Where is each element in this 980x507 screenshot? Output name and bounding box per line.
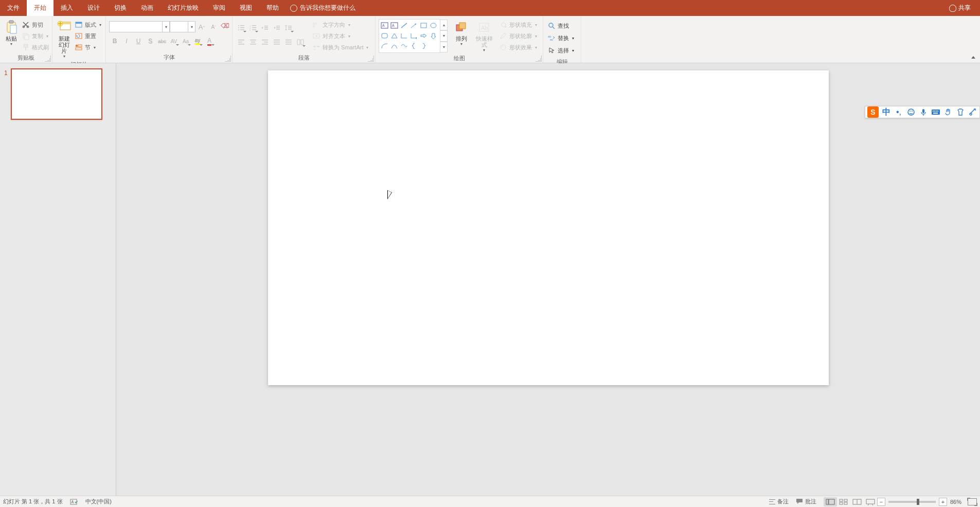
zoom-slider-thumb[interactable] bbox=[917, 499, 919, 505]
notes-button[interactable]: 备注 bbox=[769, 498, 789, 505]
decrease-indent-button[interactable] bbox=[259, 22, 271, 33]
font-size-input[interactable] bbox=[170, 21, 188, 32]
ime-punct-button[interactable]: •, bbox=[894, 107, 903, 117]
convert-smartart-button[interactable]: 转换为 SmartArt▾ bbox=[311, 42, 369, 53]
shape-vtextbox-icon[interactable]: A bbox=[389, 20, 399, 30]
drawing-launcher[interactable] bbox=[536, 56, 542, 62]
sogou-logo-icon[interactable]: S bbox=[867, 106, 879, 118]
shape-line-icon[interactable] bbox=[399, 20, 409, 30]
paste-button[interactable]: 粘贴 ▾ bbox=[3, 19, 20, 47]
slide-thumbnail-pane[interactable]: 1 bbox=[0, 63, 116, 496]
collapse-ribbon-button[interactable] bbox=[970, 53, 977, 61]
zoom-slider[interactable] bbox=[888, 501, 936, 503]
shapes-gallery[interactable]: A A ▴ ▾ ▾ bbox=[379, 19, 440, 53]
shape-textbox-icon[interactable]: A bbox=[380, 20, 389, 30]
new-slide-button[interactable]: 新建 幻灯片 ▾ bbox=[56, 19, 73, 60]
distributed-button[interactable] bbox=[283, 37, 294, 48]
reset-button[interactable]: 重置 bbox=[74, 30, 102, 42]
ime-emoji-button[interactable] bbox=[906, 107, 916, 117]
shape-effects-button[interactable]: 形状效果▾ bbox=[498, 42, 538, 53]
shape-curve3-icon[interactable] bbox=[399, 41, 409, 51]
tab-animations[interactable]: 动画 bbox=[134, 0, 161, 16]
align-center-button[interactable] bbox=[247, 37, 259, 48]
layout-button[interactable]: 版式▾ bbox=[74, 19, 102, 30]
slide-canvas-area[interactable] bbox=[116, 63, 980, 496]
zoom-in-button[interactable]: + bbox=[939, 498, 947, 506]
ime-settings-button[interactable] bbox=[968, 107, 977, 117]
shape-arrowdown-icon[interactable] bbox=[429, 30, 438, 41]
spellcheck-button[interactable] bbox=[70, 498, 78, 505]
change-case-button[interactable]: Aa bbox=[180, 35, 191, 47]
tab-design[interactable]: 设计 bbox=[80, 0, 107, 16]
comments-button[interactable]: 批注 bbox=[796, 498, 816, 505]
tab-view[interactable]: 视图 bbox=[233, 0, 259, 16]
shape-triangle-icon[interactable] bbox=[389, 30, 399, 41]
italic-button[interactable]: I bbox=[121, 35, 132, 47]
zoom-level[interactable]: 86% bbox=[950, 499, 961, 505]
clipboard-launcher[interactable] bbox=[45, 56, 51, 62]
shape-arc-icon[interactable] bbox=[380, 41, 389, 51]
shape-leftbrace-icon[interactable] bbox=[409, 41, 419, 51]
ime-skin-button[interactable] bbox=[956, 107, 965, 117]
shape-arrowright-icon[interactable] bbox=[419, 30, 429, 41]
fit-to-window-button[interactable] bbox=[968, 498, 977, 505]
shape-curve2-icon[interactable] bbox=[389, 41, 399, 51]
ime-voice-button[interactable] bbox=[919, 107, 928, 117]
font-name-input[interactable] bbox=[109, 21, 163, 32]
slide-thumbnail-1[interactable] bbox=[11, 68, 102, 120]
arrange-button[interactable]: 排列 ▾ bbox=[451, 19, 472, 47]
shape-arrowline-icon[interactable] bbox=[409, 20, 419, 30]
copy-button[interactable]: 复制▾ bbox=[21, 30, 50, 42]
language-indicator[interactable]: 中文(中国) bbox=[85, 498, 112, 505]
share-button[interactable]: 共享 bbox=[949, 0, 971, 16]
section-button[interactable]: 节▾ bbox=[74, 42, 102, 53]
shape-fill-button[interactable]: 形状填充▾ bbox=[498, 19, 538, 30]
gallery-scroll-up[interactable]: ▴ bbox=[440, 20, 448, 30]
grow-font-button[interactable]: A^ bbox=[196, 21, 207, 32]
tab-insert[interactable]: 插入 bbox=[54, 0, 80, 16]
bullets-button[interactable] bbox=[236, 22, 247, 33]
ime-hand-button[interactable] bbox=[943, 107, 953, 117]
align-left-button[interactable] bbox=[236, 37, 247, 48]
tab-home[interactable]: 开始 bbox=[27, 0, 54, 16]
shape-rightbrace-icon[interactable] bbox=[419, 41, 429, 51]
reading-view-button[interactable] bbox=[850, 497, 864, 506]
slide-sorter-button[interactable] bbox=[837, 497, 850, 506]
slideshow-view-button[interactable] bbox=[864, 497, 877, 506]
tab-review[interactable]: 审阅 bbox=[206, 0, 233, 16]
tab-file[interactable]: 文件 bbox=[0, 0, 27, 16]
tab-transitions[interactable]: 切换 bbox=[107, 0, 134, 16]
highlight-color-button[interactable]: ay bbox=[192, 35, 203, 47]
justify-button[interactable] bbox=[271, 37, 282, 48]
shape-roundrect-icon[interactable] bbox=[380, 30, 389, 41]
shape-rectangle-icon[interactable] bbox=[419, 20, 429, 30]
zoom-out-button[interactable]: − bbox=[877, 498, 885, 506]
numbering-button[interactable]: 123 bbox=[247, 22, 259, 33]
shape-elbow-icon[interactable] bbox=[399, 30, 409, 41]
columns-button[interactable] bbox=[295, 37, 306, 48]
replace-button[interactable]: abac 替换▾ bbox=[546, 32, 575, 44]
shape-outline-button[interactable]: 形状轮廓▾ bbox=[498, 30, 538, 42]
select-button[interactable]: 选择▾ bbox=[546, 45, 575, 56]
underline-button[interactable]: U bbox=[133, 35, 144, 47]
font-launcher[interactable] bbox=[225, 56, 231, 62]
strikethrough-button[interactable]: abc bbox=[156, 35, 168, 47]
line-spacing-button[interactable] bbox=[283, 22, 294, 33]
shape-oval-icon[interactable] bbox=[429, 20, 438, 30]
format-painter-button[interactable]: 格式刷 bbox=[21, 42, 50, 53]
shape-elbowarrow-icon[interactable] bbox=[409, 30, 419, 41]
ime-mode-button[interactable]: 中 bbox=[882, 107, 891, 117]
slide-canvas[interactable] bbox=[268, 70, 829, 385]
normal-view-button[interactable] bbox=[824, 497, 837, 506]
char-spacing-button[interactable]: AV bbox=[168, 35, 180, 47]
increase-indent-button[interactable] bbox=[271, 22, 282, 33]
tell-me-search[interactable]: 告诉我你想要做什么 bbox=[290, 0, 355, 16]
tab-slideshow[interactable]: 幻灯片放映 bbox=[161, 0, 206, 16]
bold-button[interactable]: B bbox=[109, 35, 120, 47]
font-size-dropdown[interactable]: ▾ bbox=[188, 21, 195, 32]
font-name-dropdown[interactable]: ▾ bbox=[163, 21, 170, 32]
slide-counter[interactable]: 幻灯片 第 1 张，共 1 张 bbox=[3, 498, 63, 505]
tab-help[interactable]: 帮助 bbox=[259, 0, 286, 16]
shrink-font-button[interactable]: Aˇ bbox=[208, 21, 219, 32]
ime-toolbar[interactable]: S 中 •, bbox=[865, 106, 980, 118]
